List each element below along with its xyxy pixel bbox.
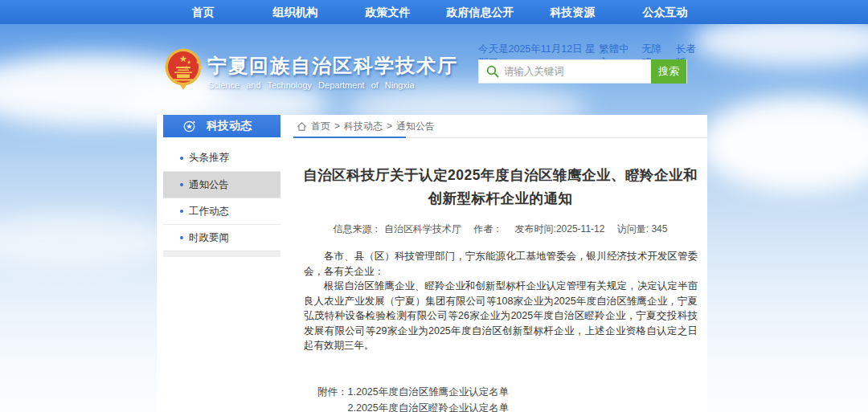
top-nav-bar: 首页 组织机构 政策文件 政府信息公开 科技资源 公众互动 xyxy=(0,0,868,24)
search-input[interactable] xyxy=(504,61,651,82)
meta-publish-date: 发布时间:2025-11-12 xyxy=(515,223,605,235)
article-area: 首页 > 科技动态 > 通知公告 自治区科技厅关于认定2025年度自治区雏鹰企业… xyxy=(293,115,707,412)
sidebar-item-label: 头条推荐 xyxy=(189,145,229,171)
national-emblem-icon xyxy=(165,48,202,91)
bullet-dot-icon xyxy=(180,236,183,239)
breadcrumb-separator: > xyxy=(387,120,392,132)
search-icon xyxy=(486,65,499,78)
search-bar: 搜索 xyxy=(478,59,687,84)
sidebar-footer-strip xyxy=(163,251,280,257)
meta-visit-count: 访问量: 345 xyxy=(617,223,668,235)
sidebar-list: 头条推荐 通知公告 工作动态 时政要闻 xyxy=(163,137,280,251)
meta-source: 信息来源： 自治区科学技术厅 xyxy=(334,223,461,235)
nav-item-home[interactable]: 首页 xyxy=(157,0,249,24)
nav-item-gov-info[interactable]: 政府信息公开 xyxy=(434,0,526,24)
attachments-list: 1.2025年度自治区雏鹰企业认定名单 2.2025年度自治区瞪羚企业认定名单 … xyxy=(348,384,539,412)
breadcrumb-home[interactable]: 首页 xyxy=(311,120,330,133)
site-logo[interactable] xyxy=(165,48,202,91)
bullet-dot-icon xyxy=(180,210,183,213)
sidebar-item-political-news[interactable]: 时政要闻 xyxy=(163,224,280,251)
attachment-link[interactable]: 1.2025年度自治区雏鹰企业认定名单 xyxy=(348,384,539,401)
attachments-block: 附件： 1.2025年度自治区雏鹰企业认定名单 2.2025年度自治区瞪羚企业认… xyxy=(317,384,707,412)
site-subtitle: Science and Technology Department of Nin… xyxy=(208,80,428,90)
nav-item-interaction[interactable]: 公众互动 xyxy=(619,0,711,24)
sidebar-item-label: 工作动态 xyxy=(189,198,229,225)
article-paragraph: 根据自治区雏鹰企业、瞪羚企业和创新型标杆企业认定管理有关规定，决定认定半亩良人农… xyxy=(304,279,698,353)
meta-author: 作者： xyxy=(473,223,502,235)
sidebar: 科技动态 头条推荐 通知公告 工作动态 时政要闻 xyxy=(163,115,280,257)
star-circle-icon xyxy=(182,120,196,133)
article-meta: 信息来源： 自治区科学技术厅 作者： 发布时间:2025-11-12 访问量: … xyxy=(293,222,707,236)
attachment-link[interactable]: 2.2025年度自治区瞪羚企业认定名单 xyxy=(348,400,539,412)
sidebar-item-headlines[interactable]: 头条推荐 xyxy=(163,145,280,171)
article-body: 各市、县（区）科技管理部门，宁东能源化工基地管委会，银川经济技术开发区管委会，各… xyxy=(304,249,698,353)
sidebar-item-work-updates[interactable]: 工作动态 xyxy=(163,198,280,224)
top-nav-menu: 首页 组织机构 政策文件 政府信息公开 科技资源 公众互动 xyxy=(157,0,711,24)
breadcrumb: 首页 > 科技动态 > 通知公告 xyxy=(293,115,707,138)
sidebar-title: 科技动态 xyxy=(207,119,252,133)
bullet-dot-icon xyxy=(180,183,183,186)
browser-page: 首页 组织机构 政策文件 政府信息公开 科技资源 公众互动 宁夏回族自治区科学技… xyxy=(0,0,868,412)
sidebar-header: 科技动态 xyxy=(163,115,280,137)
nav-item-organization[interactable]: 组织机构 xyxy=(249,0,342,24)
cloud-decoration xyxy=(0,213,169,269)
sidebar-item-notices[interactable]: 通知公告 xyxy=(163,171,280,198)
breadcrumb-tech-news[interactable]: 科技动态 xyxy=(344,120,383,133)
article-title: 自治区科技厅关于认定2025年度自治区雏鹰企业、瞪羚企业和创新型标杆企业的通知 xyxy=(303,164,698,210)
nav-item-resources[interactable]: 科技资源 xyxy=(526,0,619,24)
breadcrumb-notices[interactable]: 通知公告 xyxy=(396,120,435,133)
attachments-label: 附件： xyxy=(317,384,348,412)
bullet-dot-icon xyxy=(180,157,183,160)
sidebar-item-label: 通知公告 xyxy=(189,172,229,198)
nav-item-policy[interactable]: 政策文件 xyxy=(342,0,434,24)
breadcrumb-separator: > xyxy=(334,120,340,132)
search-button[interactable]: 搜索 xyxy=(651,59,686,84)
cloud-decoration xyxy=(699,96,868,193)
article-paragraph: 各市、县（区）科技管理部门，宁东能源化工基地管委会，银川经济技术开发区管委会，各… xyxy=(304,249,698,279)
sidebar-item-label: 时政要闻 xyxy=(189,225,229,251)
home-icon xyxy=(297,121,307,132)
site-title: 宁夏回族自治区科学技术厅 xyxy=(207,53,458,79)
content-panel: 科技动态 头条推荐 通知公告 工作动态 时政要闻 xyxy=(157,115,707,412)
